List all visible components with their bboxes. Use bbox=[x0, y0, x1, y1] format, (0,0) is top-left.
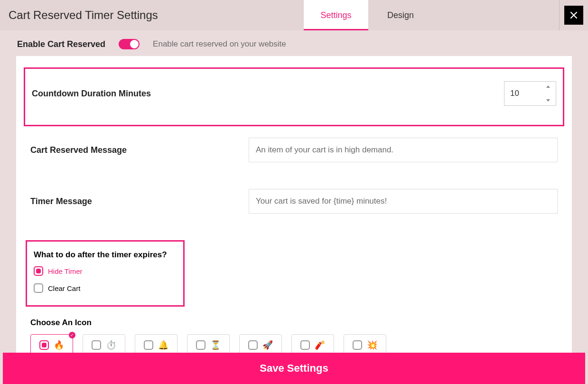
enable-label: Enable Cart Reserved bbox=[17, 39, 105, 49]
enable-toggle[interactable] bbox=[119, 39, 140, 49]
timer-message-input[interactable] bbox=[249, 189, 558, 214]
hourglass-icon: ⏳ bbox=[210, 340, 221, 350]
header-right bbox=[559, 0, 588, 30]
enable-description: Enable cart reserved on your website bbox=[153, 39, 286, 49]
stopwatch-icon: ⏱️ bbox=[106, 340, 116, 350]
timer-message-row: Timer Message bbox=[22, 189, 566, 214]
divider bbox=[559, 0, 560, 30]
timer-message-label: Timer Message bbox=[30, 197, 249, 206]
spinner-up[interactable] bbox=[546, 85, 550, 88]
firecracker-icon: 🧨 bbox=[315, 340, 325, 350]
checkbox-icon bbox=[34, 283, 43, 293]
spinner-down[interactable] bbox=[546, 99, 550, 102]
checkbox-icon bbox=[196, 340, 205, 350]
tab-design[interactable]: Design bbox=[368, 0, 433, 30]
selected-badge-icon: ✓ bbox=[69, 332, 75, 338]
cart-message-row: Cart Reserved Message bbox=[22, 138, 566, 162]
page-title: Cart Reserved Timer Settings bbox=[0, 0, 304, 30]
expire-title: What to do after the timer expires? bbox=[34, 250, 177, 260]
countdown-label: Countdown Duration Minutes bbox=[32, 89, 151, 99]
countdown-input[interactable] bbox=[504, 82, 542, 105]
close-icon bbox=[569, 11, 578, 19]
checkbox-icon bbox=[353, 340, 362, 350]
checkbox-icon bbox=[248, 340, 258, 350]
expire-option-clear[interactable]: Clear Cart bbox=[34, 283, 177, 293]
expire-option-hide-label: Hide Timer bbox=[48, 267, 83, 275]
close-button[interactable] bbox=[564, 6, 583, 25]
expire-section: What to do after the timer expires? Hide… bbox=[26, 240, 185, 307]
checkbox-icon bbox=[144, 340, 153, 350]
expire-option-hide[interactable]: Hide Timer bbox=[34, 266, 177, 276]
icon-section: Choose An Icon 🔥 ✓ ⏱️ 🔔 ⏳ 🚀 bbox=[22, 318, 566, 356]
save-button[interactable]: Save Settings bbox=[3, 353, 585, 384]
rocket-icon: 🚀 bbox=[262, 340, 273, 350]
fire-icon: 🔥 bbox=[54, 340, 64, 350]
spinner bbox=[546, 85, 553, 102]
tabs: Settings Design bbox=[304, 0, 433, 30]
countdown-input-wrap bbox=[504, 81, 556, 106]
expire-option-clear-label: Clear Cart bbox=[48, 284, 80, 292]
tab-settings[interactable]: Settings bbox=[304, 0, 368, 30]
checkbox-icon bbox=[39, 340, 49, 350]
cart-message-label: Cart Reserved Message bbox=[30, 145, 249, 155]
checkbox-icon bbox=[300, 340, 310, 350]
icon-section-title: Choose An Icon bbox=[30, 318, 558, 328]
checkbox-icon bbox=[92, 340, 101, 350]
settings-panel: Countdown Duration Minutes Cart Reserved… bbox=[16, 56, 572, 375]
enable-row: Enable Cart Reserved Enable cart reserve… bbox=[0, 30, 588, 56]
collision-icon: 💥 bbox=[367, 340, 377, 350]
cart-message-input[interactable] bbox=[249, 138, 558, 162]
bell-icon: 🔔 bbox=[158, 340, 168, 350]
checkbox-icon bbox=[34, 266, 43, 276]
header-bar: Cart Reserved Timer Settings Settings De… bbox=[0, 0, 588, 30]
countdown-section: Countdown Duration Minutes bbox=[24, 67, 564, 126]
